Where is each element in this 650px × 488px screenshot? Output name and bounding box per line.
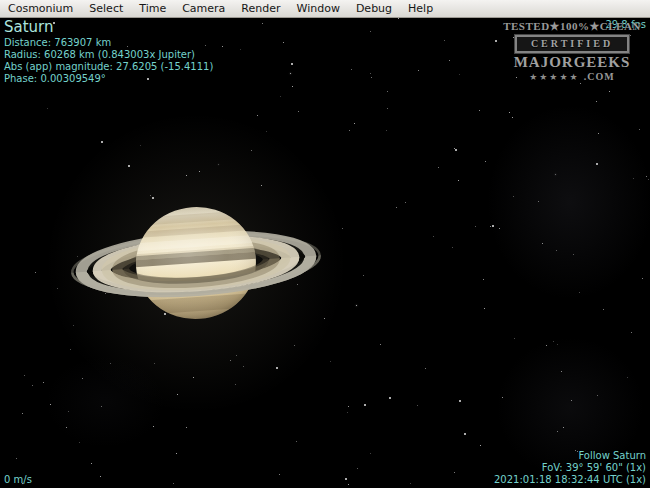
magnitude-line: Abs (app) magnitude: 27.6205 (-15.4111)	[4, 61, 213, 73]
status-panel: Follow Saturn FoV: 39° 59' 60" (1x) 2021…	[494, 450, 646, 486]
space-viewport[interactable]: Saturn Distance: 763907 km Radius: 60268…	[0, 17, 650, 488]
saturn-planet[interactable]	[0, 17, 650, 488]
speed-indicator: 0 m/s	[4, 474, 32, 486]
object-name: Saturn	[4, 19, 213, 36]
follow-mode: Follow Saturn	[494, 450, 646, 462]
menu-bar: Cosmonium Select Time Camera Render Wind…	[0, 0, 650, 18]
menu-time[interactable]: Time	[131, 1, 174, 17]
radius-line: Radius: 60268 km (0.843003x Jupiter)	[4, 49, 213, 61]
object-info-panel: Saturn Distance: 763907 km Radius: 60268…	[4, 19, 213, 85]
menu-select[interactable]: Select	[81, 1, 131, 17]
datetime-indicator: 2021:01:18 18:32:44 UTC (1x)	[494, 474, 646, 486]
menu-window[interactable]: Window	[289, 1, 348, 17]
menu-camera[interactable]: Camera	[174, 1, 233, 17]
menu-debug[interactable]: Debug	[348, 1, 400, 17]
distance-line: Distance: 763907 km	[4, 37, 213, 49]
fov-indicator: FoV: 39° 59' 60" (1x)	[494, 462, 646, 474]
menu-render[interactable]: Render	[233, 1, 288, 17]
phase-line: Phase: 0.00309549°	[4, 73, 213, 85]
fps-counter: 29.8 fps	[605, 19, 646, 31]
menu-cosmonium[interactable]: Cosmonium	[0, 1, 81, 17]
cosmonium-window: Cosmonium Select Time Camera Render Wind…	[0, 0, 650, 488]
menu-help[interactable]: Help	[400, 1, 441, 17]
